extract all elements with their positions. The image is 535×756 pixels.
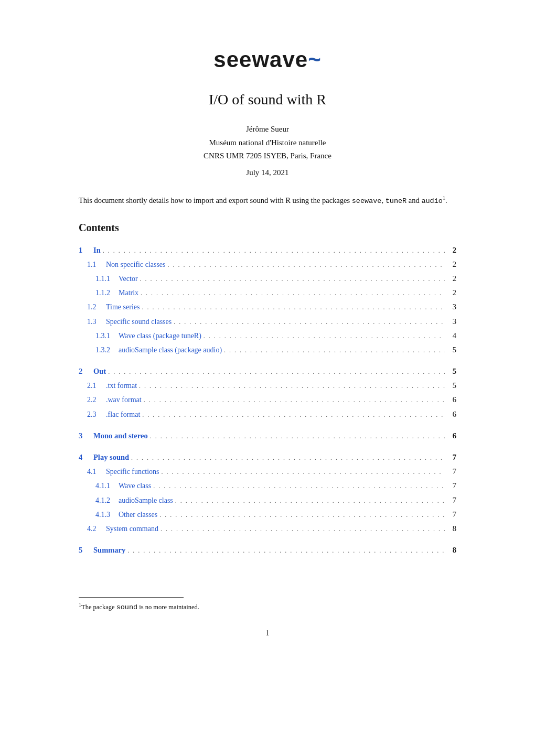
toc-section-4: 4 Play sound 7 4.1 Specific functions 7 … <box>79 450 456 536</box>
toc-num-1: 1 <box>79 243 93 257</box>
toc-label-5[interactable]: Summary <box>93 543 125 557</box>
toc-label-4-2[interactable]: System command <box>106 522 158 535</box>
toc-page-1-1-2: 2 <box>447 286 456 299</box>
toc-num-1-1-1: 1.1.1 <box>79 272 119 285</box>
contents-heading: Contents <box>79 222 456 236</box>
toc-row-2-3: 2.3 .flac format 6 <box>79 407 456 422</box>
toc-num-4-1-2: 4.1.2 <box>79 494 119 507</box>
toc-page-4-1: 7 <box>447 465 456 478</box>
page: seewave~ I/O of sound with R Jérôme Sueu… <box>79 0 456 679</box>
toc-label-4-1-1[interactable]: Wave class <box>119 479 151 492</box>
toc-dots-1-3 <box>174 315 445 329</box>
toc-dots-4 <box>131 451 445 465</box>
toc-page-4-1-2: 7 <box>447 493 456 507</box>
toc-dots-2-3 <box>142 408 445 422</box>
toc-row-4-1-1: 4.1.1 Wave class 7 <box>79 479 456 493</box>
package-tuner: tuneR <box>386 197 407 204</box>
toc-label-4-1[interactable]: Specific functions <box>106 465 159 478</box>
logo: seewave~ <box>213 47 321 72</box>
toc-label-2-3[interactable]: .flac format <box>106 408 140 421</box>
toc-page-4-2: 8 <box>447 522 456 535</box>
toc-label-4[interactable]: Play sound <box>93 450 129 464</box>
toc-page-4-1-1: 7 <box>447 479 456 492</box>
toc-page-1-1-1: 2 <box>447 272 456 285</box>
date-block: July 14, 2021 <box>246 168 288 177</box>
toc-page-5: 8 <box>447 543 456 557</box>
toc-page-2-3: 6 <box>447 407 456 421</box>
toc-num-1-3-2: 1.3.2 <box>79 343 119 357</box>
toc-page-4-1-3: 7 <box>447 507 456 521</box>
toc-label-1-1-2[interactable]: Matrix <box>119 286 138 299</box>
toc-label-1-3[interactable]: Specific sound classes <box>106 315 172 328</box>
toc-row-1-2: 1.2 Time series 3 <box>79 300 456 314</box>
footnote-ref-1: 1 <box>443 195 445 201</box>
toc-row-2-2: 2.2 .wav format 6 <box>79 393 456 407</box>
toc-page-2: 5 <box>447 364 456 378</box>
toc-row-4: 4 Play sound 7 <box>79 450 456 465</box>
toc-row-2-1: 2.1 .txt format 5 <box>79 379 456 393</box>
toc-dots-4-1 <box>161 465 445 479</box>
toc-section-2: 2 Out 5 2.1 .txt format 5 2.2 .wav forma… <box>79 364 456 422</box>
toc-num-2: 2 <box>79 364 93 378</box>
toc-label-1[interactable]: In <box>93 243 101 257</box>
author-affiliation1: Muséum national d'Histoire naturelle <box>204 136 331 150</box>
toc-row-1-3: 1.3 Specific sound classes 3 <box>79 315 456 329</box>
toc-row-1-1-1: 1.1.1 Vector 2 <box>79 272 456 286</box>
toc-dots-1-1-1 <box>140 272 445 286</box>
toc-label-2-2[interactable]: .wav format <box>106 393 142 406</box>
toc-row-5: 5 Summary 8 <box>79 543 456 557</box>
author-name: Jérôme Sueur <box>204 123 331 136</box>
toc-dots-1 <box>103 244 445 257</box>
toc-label-1-3-2[interactable]: audioSample class (package audio) <box>119 343 222 357</box>
toc-num-2-1: 2.1 <box>79 379 106 392</box>
toc-num-4-2: 4.2 <box>79 522 106 535</box>
package-sound: sound <box>116 604 138 612</box>
toc-num-5: 5 <box>79 543 93 557</box>
toc-label-1-2[interactable]: Time series <box>106 300 140 314</box>
toc-row-4-1-2: 4.1.2 audioSample class 7 <box>79 493 456 507</box>
toc-dots-2-2 <box>144 393 445 407</box>
toc-dots-5 <box>127 544 445 557</box>
toc-section-1: 1 In 2 1.1 Non specific classes 2 1.1.1 … <box>79 243 456 358</box>
toc-num-4: 4 <box>79 450 93 464</box>
author-affiliation2: CNRS UMR 7205 ISYEB, Paris, France <box>204 149 331 163</box>
toc-label-4-1-3[interactable]: Other classes <box>119 508 157 521</box>
toc-page-3: 6 <box>447 429 456 442</box>
toc-page-1-3-1: 4 <box>447 329 456 342</box>
toc-page-1: 2 <box>447 243 456 257</box>
toc-num-4-1: 4.1 <box>79 465 106 478</box>
toc-num-4-1-3: 4.1.3 <box>79 508 119 521</box>
toc-row-1-1: 1.1 Non specific classes 2 <box>79 257 456 272</box>
toc-row-4-1-3: 4.1.3 Other classes 7 <box>79 507 456 522</box>
toc-num-1-2: 1.2 <box>79 300 106 314</box>
toc-num-1-3: 1.3 <box>79 315 106 328</box>
toc-num-1-1: 1.1 <box>79 258 106 271</box>
toc-label-1-1[interactable]: Non specific classes <box>106 258 166 271</box>
toc-label-3[interactable]: Mono and stereo <box>93 429 148 442</box>
toc-dots-2-1 <box>139 379 445 393</box>
toc-page-1-3: 3 <box>447 315 456 328</box>
toc-dots-3 <box>150 429 445 443</box>
toc-num-3: 3 <box>79 429 93 442</box>
package-audio: audio <box>421 197 443 204</box>
toc-label-1-3-1[interactable]: Wave class (package tuneR) <box>119 329 201 342</box>
toc-dots-1-1-2 <box>141 286 445 300</box>
toc-row-3: 3 Mono and stereo 6 <box>79 429 456 443</box>
table-of-contents: 1 In 2 1.1 Non specific classes 2 1.1.1 … <box>79 243 456 560</box>
toc-dots-1-2 <box>142 300 445 314</box>
toc-section-3: 3 Mono and stereo 6 <box>79 429 456 443</box>
toc-dots-4-1-3 <box>159 508 445 522</box>
footnote-divider-line <box>79 597 184 598</box>
toc-section-5: 5 Summary 8 <box>79 543 456 557</box>
toc-dots-1-3-1 <box>204 329 445 343</box>
toc-row-1: 1 In 2 <box>79 243 456 257</box>
toc-label-2-1[interactable]: .txt format <box>106 379 137 392</box>
page-number: 1 <box>266 629 270 638</box>
toc-page-1-1: 2 <box>447 257 456 271</box>
package-seewave: seewave <box>352 197 382 204</box>
toc-dots-4-1-1 <box>153 479 445 493</box>
toc-label-2[interactable]: Out <box>93 364 106 378</box>
toc-row-4-1: 4.1 Specific functions 7 <box>79 465 456 479</box>
toc-label-1-1-1[interactable]: Vector <box>119 272 138 285</box>
toc-label-4-1-2[interactable]: audioSample class <box>119 494 173 507</box>
